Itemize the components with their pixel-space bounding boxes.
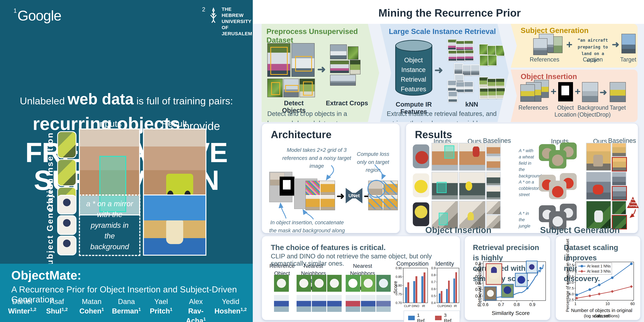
- scaling-x-axis-sublabel: (log scale, millions): [568, 314, 636, 318]
- author-5: YaelPritch1: [144, 297, 178, 322]
- legend-1ref-swatch: [408, 316, 415, 320]
- svg-text:0.70: 0.70: [396, 301, 402, 304]
- plus-icon-1: [566, 38, 572, 50]
- svg-text:7.5: 7.5: [569, 286, 574, 290]
- poster-root: 1 Google 2 THE HEBREW UNIVERSITY OF JERU…: [0, 0, 644, 322]
- subject-generation-title: Subject Generation: [521, 26, 588, 35]
- knn-tile: [496, 45, 505, 56]
- legend-1ref: 1 Ref.: [408, 312, 428, 322]
- svg-text:0.6: 0.6: [475, 280, 481, 286]
- generation-prompt-box: a * on a mirror with the pyramids in the…: [79, 194, 140, 256]
- identity-bar-chart: 0.40.50.60.70.80.9CLIPDINOIR: [428, 267, 460, 309]
- svg-text:2.5: 2.5: [569, 298, 574, 302]
- extract-crops-label: Extract Crops: [324, 100, 370, 107]
- knn-tile: [480, 55, 489, 66]
- oi-mask-2: [437, 182, 446, 193]
- knn-tile: [454, 63, 463, 74]
- svg-text:10: 10: [605, 302, 610, 306]
- sg-baseline-1b-red: [612, 157, 627, 172]
- architecture-note-loss: Compute loss only on target region: [351, 150, 395, 174]
- detect-photo-plane: [283, 78, 299, 97]
- orange-references-label: References: [517, 104, 549, 111]
- retrieval-precision-card: Retrieval precision is highlycorrelated …: [464, 236, 550, 320]
- unet-block: UNet: [346, 188, 362, 203]
- no-loss-hatch-1: [383, 181, 397, 195]
- svg-text:IR: IR: [454, 304, 457, 308]
- svg-text:0.8: 0.8: [431, 273, 436, 277]
- subject-gen-arrow-icon: [612, 39, 619, 50]
- sg-baseline-2a: [612, 172, 626, 186]
- svg-text:IR: IR: [422, 304, 425, 308]
- dino-ball-2: [361, 275, 376, 292]
- svg-text:0.6: 0.6: [431, 287, 436, 291]
- detect-photo-atm: [300, 78, 315, 97]
- sg-ref-toycar-3: [549, 181, 566, 199]
- architecture-heading: Architecture: [271, 129, 332, 140]
- ir-jetski-2: [312, 295, 326, 312]
- sg-prompt-1: A * with a wheat field in the background: [519, 148, 536, 179]
- blueberry-reference-2: [57, 215, 76, 235]
- blueberry-reference-3: [57, 236, 76, 255]
- author-6: AlexRav-Acha1: [178, 297, 213, 322]
- svg-text:60: 60: [630, 302, 635, 306]
- arch-arrow-in-icon: [336, 190, 344, 202]
- author-1: DanielWinter1,2: [5, 297, 40, 322]
- svg-text:CLIP: CLIP: [404, 304, 411, 308]
- knn-label: kNN: [456, 101, 488, 108]
- dino-jetski-1: [346, 295, 360, 312]
- knn-tile: [456, 82, 465, 92]
- sg-ours-wheat: [586, 143, 611, 171]
- svg-text:0.8: 0.8: [514, 302, 520, 307]
- results-card: Results Inputs Ours Baselines Object Ins…: [406, 123, 638, 233]
- tram-target: [610, 82, 626, 102]
- reference-chair-cell-1: [320, 181, 335, 195]
- oi-ref-flowers: [413, 202, 429, 226]
- legend-3ref: 3 Ref.: [435, 312, 456, 322]
- oi-inserted-flowers: [468, 212, 474, 220]
- inputs-column-label: Inputs: [79, 118, 140, 129]
- yellow-caption-label: Caption: [577, 56, 609, 63]
- svg-text:10.0: 10.0: [567, 280, 574, 284]
- preprocess-arrow-icon: [317, 63, 326, 75]
- subject-generation-row-label: Subject Generation: [45, 169, 55, 280]
- crop-spider: [348, 46, 358, 60]
- svg-text:CLIP: CLIP: [438, 304, 444, 308]
- blueberry-reference-1: [57, 195, 76, 214]
- knn-tile: [488, 88, 497, 99]
- yellow-references-label: References: [528, 56, 560, 63]
- ir-ball-3: [327, 275, 342, 292]
- knn-tile: [448, 39, 457, 50]
- knn-tile: [487, 78, 496, 89]
- svg-text:1: 1: [574, 302, 576, 306]
- oi-baseline-2b: [486, 186, 501, 200]
- knn-tile: [456, 50, 466, 61]
- orange-target-label: Target: [607, 104, 628, 111]
- knn-tile: [456, 40, 465, 52]
- mining-section-title: Mining the Recurrence Prior: [262, 7, 638, 19]
- legend-3ref-swatch: [435, 316, 442, 320]
- retrieval-arrow-icon: [434, 64, 443, 76]
- oi-ref-clock: [413, 174, 429, 197]
- crop-atm: [350, 60, 360, 74]
- retrieval-inset-monster: [501, 284, 514, 298]
- oi-ours-stone-table: [459, 172, 486, 200]
- oi-ours-table: [459, 143, 486, 171]
- reference-chair-cell-3: [320, 196, 335, 210]
- aircraft-target: [622, 34, 636, 54]
- subject-generation-box: Subject Generation “an aircraft preparin…: [511, 24, 638, 68]
- aircraft-ref-3: [533, 38, 548, 55]
- knn-tile: [496, 78, 505, 89]
- object-insertion-arrow-icon: [600, 87, 607, 98]
- oi-baseline-1b: [486, 157, 501, 171]
- paper-title: ObjectMate:: [11, 268, 81, 282]
- orange-objloc-label: Object Location: [552, 104, 579, 118]
- huji-name: THE HEBREW UNIVERSITY OF JERUSALEM: [222, 6, 254, 37]
- architecture-card: Architecture Model takes 2×2 grid of 3 r…: [262, 123, 400, 233]
- similarity-score-axis-label: Similarity Score: [484, 310, 537, 316]
- sg-baseline-1a: [612, 143, 626, 157]
- knn-tile: [448, 91, 458, 102]
- generation-result-scene: [143, 194, 206, 256]
- dino-ball-1: [346, 275, 360, 292]
- knn-tile: [470, 64, 480, 76]
- knn-tile: [496, 88, 505, 99]
